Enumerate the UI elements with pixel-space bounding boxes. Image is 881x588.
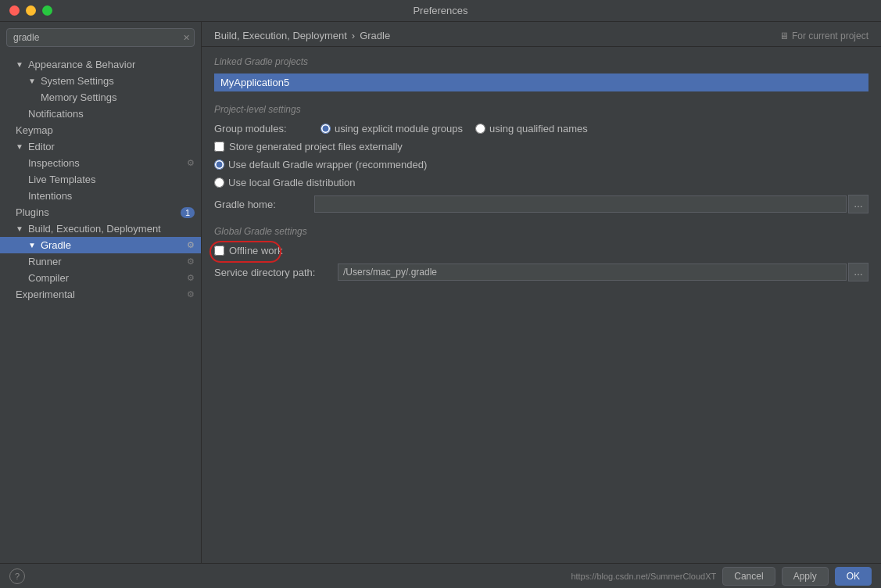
- sidebar-item-runner[interactable]: Runner ⚙: [0, 253, 201, 270]
- monitor-icon: 🖥: [779, 30, 789, 41]
- expand-icon: ▼: [16, 142, 23, 151]
- radio-default-wrapper[interactable]: [214, 160, 224, 170]
- expand-icon: ▼: [16, 60, 23, 69]
- expand-icon: ▼: [28, 241, 36, 249]
- radio-qualified[interactable]: [475, 124, 485, 134]
- linked-project-item[interactable]: MyApplication5: [214, 74, 868, 91]
- use-local-distribution-row: Use local Gradle distribution: [214, 177, 868, 188]
- gradle-home-row: Gradle home: …: [214, 195, 868, 213]
- sidebar-item-intentions[interactable]: Intentions: [0, 188, 201, 204]
- sidebar-item-editor[interactable]: ▼ Editor: [0, 138, 201, 155]
- sidebar-item-build-execution-deployment[interactable]: ▼ Build, Execution, Deployment: [0, 220, 201, 237]
- store-files-row: Store generated project files externally: [214, 141, 868, 152]
- plugins-badge: 1: [181, 207, 195, 218]
- expand-icon: ▼: [28, 77, 36, 85]
- breadcrumb-parent: Build, Execution, Deployment: [214, 30, 347, 41]
- content-header: Build, Execution, Deployment › Gradle 🖥 …: [202, 22, 881, 47]
- radio-local-distribution[interactable]: [214, 177, 224, 188]
- offline-work-checkbox[interactable]: [214, 246, 224, 256]
- project-level-label: Project-level settings: [214, 104, 868, 115]
- settings-icon: ⚙: [187, 256, 195, 267]
- search-input[interactable]: [6, 28, 195, 47]
- url-text: https://blog.csdn.net/SummerCloudXT: [571, 572, 716, 581]
- store-files-label[interactable]: Store generated project files externally: [214, 141, 403, 152]
- settings-icon: ⚙: [187, 273, 195, 283]
- group-modules-radios: using explicit module groups using quali…: [321, 123, 588, 134]
- global-gradle-label: Global Gradle settings: [214, 226, 868, 237]
- sidebar-item-notifications[interactable]: Notifications: [0, 106, 201, 122]
- apply-button[interactable]: Apply: [782, 567, 829, 586]
- main-container: ✕ ▼ Appearance & Behavior ▼ System Setti…: [0, 22, 881, 563]
- settings-icon: ⚙: [187, 158, 195, 168]
- close-button[interactable]: [9, 5, 20, 16]
- radio-qualified-label[interactable]: using qualified names: [475, 123, 588, 134]
- sidebar-item-keymap[interactable]: Keymap: [0, 122, 201, 138]
- search-clear-icon[interactable]: ✕: [183, 33, 190, 43]
- sidebar-tree: ▼ Appearance & Behavior ▼ System Setting…: [0, 53, 201, 563]
- help-button[interactable]: ?: [9, 568, 25, 584]
- use-local-distribution-label[interactable]: Use local Gradle distribution: [214, 177, 356, 188]
- search-box: ✕: [6, 28, 195, 47]
- ok-button[interactable]: OK: [835, 567, 872, 586]
- gradle-home-browse-button[interactable]: …: [848, 195, 868, 213]
- project-level-settings: Project-level settings Group modules: us…: [214, 104, 868, 213]
- sidebar-item-compiler[interactable]: Compiler ⚙: [0, 270, 201, 286]
- window-controls: [9, 5, 52, 16]
- expand-icon: ▼: [16, 224, 23, 233]
- sidebar-item-gradle[interactable]: ▼ Gradle ⚙: [0, 237, 201, 253]
- group-modules-row: Group modules: using explicit module gro…: [214, 123, 868, 134]
- global-gradle-settings: Global Gradle settings Offline work Serv…: [214, 226, 868, 281]
- sidebar-item-plugins[interactable]: Plugins 1: [0, 204, 201, 220]
- offline-work-row: Offline work: [214, 245, 868, 256]
- service-directory-browse-button[interactable]: …: [848, 263, 868, 281]
- window-title: Preferences: [413, 5, 467, 16]
- content-body: Linked Gradle projects MyApplication5 Pr…: [202, 47, 881, 563]
- service-directory-row: Service directory path: …: [214, 263, 868, 281]
- linked-projects-list: MyApplication5: [214, 74, 868, 91]
- group-modules-label: Group modules:: [214, 123, 308, 134]
- sidebar-item-live-templates[interactable]: Live Templates: [0, 171, 201, 188]
- titlebar: Preferences: [0, 0, 881, 22]
- offline-work-label[interactable]: Offline work: [214, 245, 282, 256]
- bottom-left: ?: [9, 568, 25, 584]
- for-current-project: 🖥 For current project: [779, 30, 868, 41]
- bottom-bar: ? https://blog.csdn.net/SummerCloudXT Ca…: [0, 563, 881, 588]
- radio-explicit[interactable]: [321, 124, 331, 134]
- settings-icon: ⚙: [187, 240, 195, 250]
- gradle-home-label: Gradle home:: [214, 199, 308, 210]
- sidebar-item-system-settings[interactable]: ▼ System Settings: [0, 73, 201, 89]
- sidebar-item-appearance-behavior[interactable]: ▼ Appearance & Behavior: [0, 56, 201, 73]
- offline-work-wrapper: Offline work: [214, 245, 282, 256]
- content-area: Build, Execution, Deployment › Gradle 🖥 …: [202, 22, 881, 563]
- sidebar-item-inspections[interactable]: Inspections ⚙: [0, 155, 201, 171]
- minimize-button[interactable]: [26, 5, 36, 16]
- bottom-right: https://blog.csdn.net/SummerCloudXT Canc…: [571, 567, 872, 586]
- gradle-home-input[interactable]: [314, 195, 847, 213]
- sidebar: ✕ ▼ Appearance & Behavior ▼ System Setti…: [0, 22, 202, 563]
- service-directory-label: Service directory path:: [214, 267, 331, 278]
- cancel-button[interactable]: Cancel: [722, 567, 775, 586]
- sidebar-item-memory-settings[interactable]: Memory Settings: [0, 89, 201, 106]
- use-default-wrapper-row: Use default Gradle wrapper (recommended): [214, 159, 868, 170]
- breadcrumb: Build, Execution, Deployment › Gradle: [214, 30, 390, 41]
- linked-projects-label: Linked Gradle projects: [214, 56, 868, 67]
- service-directory-input[interactable]: [338, 264, 847, 281]
- breadcrumb-separator: ›: [352, 30, 355, 41]
- store-files-checkbox[interactable]: [214, 142, 224, 152]
- breadcrumb-current: Gradle: [360, 30, 390, 41]
- radio-explicit-label[interactable]: using explicit module groups: [321, 123, 463, 134]
- settings-icon: ⚙: [187, 289, 195, 299]
- sidebar-item-experimental[interactable]: Experimental ⚙: [0, 286, 201, 303]
- maximize-button[interactable]: [42, 5, 52, 16]
- use-default-wrapper-label[interactable]: Use default Gradle wrapper (recommended): [214, 159, 427, 170]
